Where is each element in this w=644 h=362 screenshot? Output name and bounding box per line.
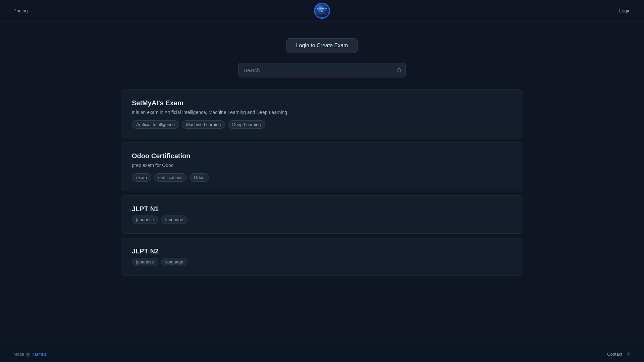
footer-right: Contact ✕ (607, 351, 631, 357)
navbar: Pricing Mock Exam AI (0, 0, 644, 21)
exam-tag[interactable]: japanese (132, 216, 158, 224)
exam-tag[interactable]: language (161, 216, 188, 224)
svg-text:AI: AI (321, 10, 323, 12)
exam-tag[interactable]: language (161, 258, 188, 266)
exam-tags: examcertificationsOdoo (132, 173, 512, 182)
exam-tags: Artificial IntelligenceMachine LearningD… (132, 120, 512, 129)
exam-tag[interactable]: certifications (154, 173, 187, 182)
exam-card-title: Odoo Certification (132, 152, 512, 160)
logo-icon: Mock Exam AI (314, 3, 330, 19)
exam-tag[interactable]: Machine Learning (182, 120, 225, 129)
exam-tags: japaneselanguage (132, 258, 512, 266)
exam-tag[interactable]: Deep Learning (228, 120, 265, 129)
search-container (238, 63, 406, 77)
exam-card-title: JLPT N1 (132, 205, 512, 213)
login-link[interactable]: Login (619, 8, 631, 13)
made-by-label: Made by (13, 352, 30, 357)
exam-card[interactable]: JLPT N2japaneselanguage (121, 238, 523, 276)
exam-card[interactable]: SetMyAI's ExamIt is an exam in Artificia… (121, 89, 523, 138)
logo[interactable]: Mock Exam AI (314, 3, 330, 19)
exam-tags: japaneselanguage (132, 216, 512, 224)
search-icon (396, 68, 402, 73)
exam-card[interactable]: Odoo Certificationprep exam for Odooexam… (121, 142, 523, 191)
svg-text:Mock Exam: Mock Exam (317, 8, 327, 10)
footer-made-by: Made by Karmuz (13, 352, 47, 357)
main-content: Login to Create Exam SetMyAI's ExamIt is… (0, 21, 644, 289)
svg-line-8 (400, 71, 401, 72)
exams-list: SetMyAI's ExamIt is an exam in Artificia… (121, 89, 523, 276)
exam-card-description: It is an exam in Artificial Intelligence… (132, 110, 512, 115)
contact-link[interactable]: Contact (607, 352, 622, 357)
exam-tag[interactable]: japanese (132, 258, 158, 266)
exam-tag[interactable]: Artificial Intelligence (132, 120, 179, 129)
exam-card-title: JLPT N2 (132, 247, 512, 255)
footer: Made by Karmuz Contact ✕ (0, 346, 644, 362)
karmuz-link[interactable]: Karmuz (32, 352, 47, 357)
search-input[interactable] (238, 63, 406, 77)
exam-card-description: prep exam for Odoo (132, 163, 512, 168)
search-button[interactable] (396, 68, 402, 73)
exam-card-title: SetMyAI's Exam (132, 99, 512, 107)
exam-tag[interactable]: Odoo (190, 173, 209, 182)
exam-card[interactable]: JLPT N1japaneselanguage (121, 195, 523, 234)
footer-close-button[interactable]: ✕ (626, 351, 631, 357)
create-exam-button[interactable]: Login to Create Exam (286, 38, 358, 53)
exam-tag[interactable]: exam (132, 173, 151, 182)
pricing-link[interactable]: Pricing (13, 8, 28, 13)
